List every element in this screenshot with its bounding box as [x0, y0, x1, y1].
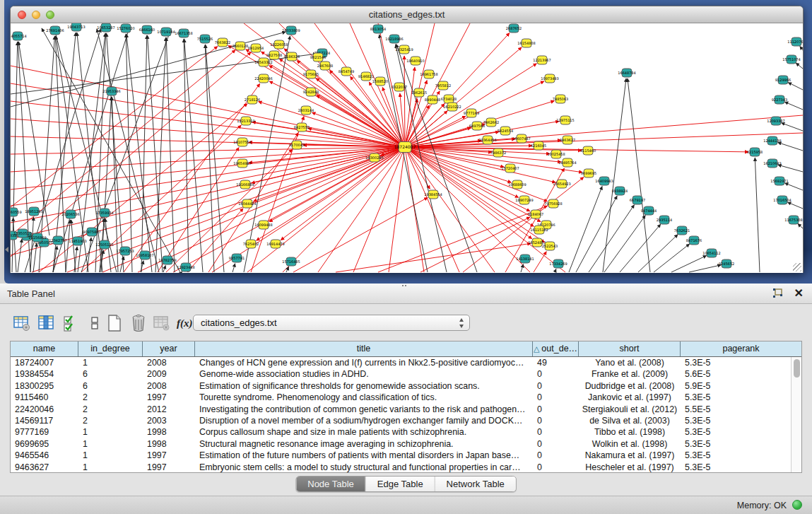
splitter-collapse-icon[interactable]: [5, 247, 8, 252]
table-cell: 9777169: [11, 426, 78, 438]
graph-node-label: 90975887: [83, 230, 100, 234]
graph-node-label: 10654112: [702, 251, 720, 255]
table-cell: 0: [533, 426, 579, 438]
graph-node-label: 9242848: [303, 90, 319, 94]
select-columns-icon[interactable]: [62, 314, 81, 332]
table-cell: 5.6E-5: [681, 368, 791, 380]
graph-node-label: 9175685: [303, 72, 319, 76]
graph-node-label: 9699695: [581, 171, 596, 175]
graph-node-label: 20206536: [61, 212, 79, 216]
table-row[interactable]: 2242004622012Investigating the contribut…: [11, 404, 791, 415]
import-table-icon[interactable]: [153, 314, 171, 332]
column-header-year[interactable]: year: [143, 341, 195, 356]
network-canvas[interactable]: 1405571427691406190437131065328715276020…: [11, 23, 803, 273]
graph-node-label: 9245652: [719, 262, 734, 266]
graph-node-label: 13325419: [395, 47, 413, 52]
graph-node-label: 10688609: [508, 182, 526, 187]
column-header-title[interactable]: title: [195, 341, 533, 356]
table-cell: 2: [78, 392, 143, 403]
column-header-pagerank[interactable]: pagerank: [681, 341, 801, 356]
column-header-out_de[interactable]: △out_de…: [533, 341, 579, 356]
graph-node-label: 7955812: [435, 83, 451, 88]
graph-node-label: 17334269: [549, 262, 567, 266]
tab-node-table[interactable]: Node Table: [296, 477, 366, 491]
graph-node-label: 10607487: [512, 136, 530, 141]
graph-node-label: 11156869: [28, 235, 46, 240]
graph-node-label: 19166884: [236, 182, 254, 187]
table-cell: Structural magnetic resonance image aver…: [195, 438, 533, 450]
table-cell: 1: [78, 450, 143, 461]
splitter-grip-icon[interactable]: [401, 284, 407, 288]
graph-node-label: 6216045: [531, 144, 546, 148]
table-mode-icon[interactable]: [13, 314, 31, 332]
window-resize-grip-icon[interactable]: [793, 263, 801, 271]
table-cell: 5.3E-5: [681, 438, 791, 450]
network-window-titlebar[interactable]: citations_edges.txt: [11, 6, 803, 23]
table-scrollbar-thumb[interactable]: [794, 359, 800, 378]
new-table-icon[interactable]: [105, 314, 124, 332]
table-scrollbar[interactable]: [791, 357, 801, 472]
graph-node-label: 12342757: [49, 238, 66, 243]
table-cell: 22420046: [11, 404, 78, 415]
network-view-background: citations_edges.txt 14055714276914061904…: [4, 0, 812, 284]
column-header-name[interactable]: name: [11, 341, 78, 356]
graph-node-label: 2867608: [317, 64, 333, 68]
graph-node-label: 18495764: [558, 160, 576, 165]
float-panel-icon[interactable]: [771, 288, 784, 299]
tab-edge-table[interactable]: Edge Table: [366, 477, 435, 491]
status-bar: Memory: OK: [0, 496, 812, 514]
table-row[interactable]: 1456911722003Disruption of a novel membe…: [11, 415, 791, 426]
table-cell: 2: [78, 415, 143, 426]
graph-node-label: 15276020: [117, 26, 134, 30]
graph-node-label: 18951295: [25, 209, 42, 214]
table-cell: 0: [533, 450, 579, 461]
table-cell: Tourette syndrome. Phenomenology and cla…: [195, 392, 533, 403]
table-panel-header: Table Panel ✕: [0, 284, 812, 304]
table-row[interactable]: 1872400712008Changes of HCN gene express…: [11, 357, 791, 368]
graph-node-label: 8454749: [339, 69, 354, 74]
rows-icon[interactable]: [86, 314, 104, 332]
table-cell: 0: [533, 392, 579, 403]
graph-node-label: 6679197: [630, 198, 645, 202]
show-columns-icon[interactable]: [37, 314, 56, 332]
graph-node-label: 12213967: [533, 58, 551, 62]
close-window-icon[interactable]: [18, 11, 26, 19]
table-row[interactable]: 946362711997Embryonic stem cells: a mode…: [11, 462, 791, 472]
graph-node-label: 10973493: [541, 76, 558, 81]
table-cell: 18724007: [11, 357, 78, 368]
tab-network-table[interactable]: Network Table: [435, 477, 516, 491]
graph-node-label: 6734028: [441, 97, 457, 101]
graph-node-label: 22420046: [254, 76, 272, 81]
close-panel-icon[interactable]: ✕: [794, 286, 804, 300]
column-header-in_degree[interactable]: in_degree: [78, 341, 143, 356]
column-header-short[interactable]: short: [579, 341, 681, 356]
dropdown-arrows-icon: [459, 318, 464, 328]
graph-node-label: 16210643: [763, 161, 781, 165]
network-graph[interactable]: 1405571427691406190437131065328715276020…: [11, 23, 803, 273]
memory-ok-icon: [792, 500, 802, 510]
graph-node-label: 9129966: [775, 78, 791, 82]
table-cell: 9463627: [11, 462, 78, 472]
table-cell: Hescheler et al. (1997): [579, 462, 681, 472]
table-cell: 1: [78, 462, 143, 472]
minimize-window-icon[interactable]: [32, 11, 40, 19]
table-cell: Disruption of a novel member of a sodium…: [195, 415, 533, 426]
table-cell: Nakamura et al. (1997): [579, 450, 681, 461]
table-row[interactable]: 969969511998Structural magnetic resonanc…: [11, 438, 791, 450]
table-row[interactable]: 946554611997Estimation of the future num…: [11, 450, 791, 461]
graph-node-label: 6466160: [139, 28, 155, 32]
table-row[interactable]: 1938455462009Genome-wide association stu…: [11, 368, 791, 380]
table-row[interactable]: 977716911998Corpus callosum shape and si…: [11, 426, 791, 438]
table-row[interactable]: 1830029562008Estimation of significance …: [11, 380, 791, 392]
sort-ascending-icon: △: [534, 344, 539, 353]
graph-node-label: 11675308: [784, 218, 802, 222]
table-selector-dropdown[interactable]: citations_edges.txt: [193, 315, 470, 331]
graph-node-label: 12093387: [767, 119, 784, 123]
table-row[interactable]: 911546021997Tourette syndrome. Phenomeno…: [11, 392, 791, 403]
delete-table-icon[interactable]: [129, 314, 148, 332]
table-cell: Dudbridge et al. (2008): [579, 380, 681, 392]
table-cell: 5.3E-5: [681, 415, 791, 426]
graph-node-label: 16961758: [420, 72, 437, 76]
zoom-window-icon[interactable]: [46, 11, 54, 19]
graph-node-label: 18640910: [406, 59, 424, 63]
